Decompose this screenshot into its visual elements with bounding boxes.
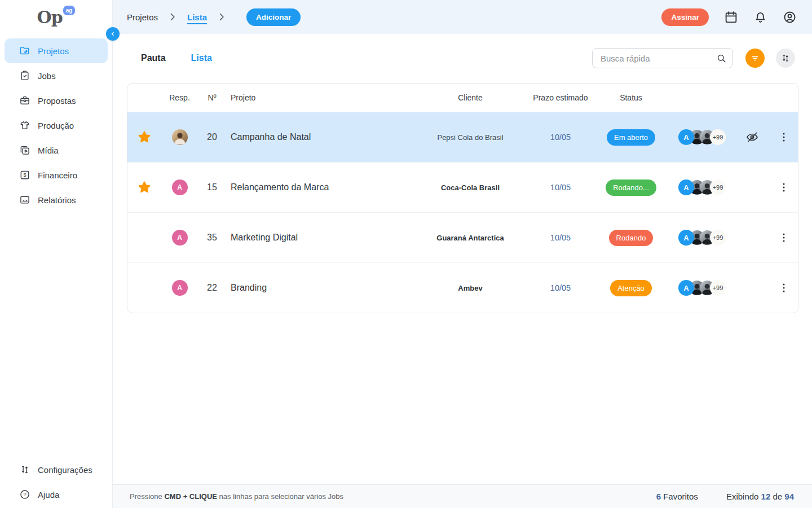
sidebar-item-ajuda[interactable]: ? Ajuda <box>5 482 108 507</box>
table-row[interactable]: A 35 Marketing Digital Guaraná Antarctic… <box>127 212 798 262</box>
header-prazo: Prazo estimado <box>529 93 592 102</box>
project-name: Branding <box>226 283 411 293</box>
sidebar-footer-nav: Configurações ? Ajuda <box>0 457 112 507</box>
project-number: 35 <box>198 233 226 243</box>
chevron-right-icon <box>167 11 178 23</box>
team-overflow-count[interactable]: +99 <box>710 129 726 145</box>
sidebar-item-label: Projetos <box>38 46 69 56</box>
sidebar-item-projetos[interactable]: Projetos <box>5 38 108 63</box>
status-badge: Rodando <box>609 230 654 246</box>
calendar-icon[interactable] <box>723 10 738 24</box>
deadline-value: 10/05 <box>529 133 592 142</box>
sidebar-item-jobs[interactable]: Jobs <box>5 63 108 88</box>
sliders-icon <box>19 464 30 475</box>
subscribe-button[interactable]: Assinar <box>661 8 709 26</box>
projects-table: Resp. Nº Projeto Cliente Prazo estimado … <box>127 83 798 313</box>
clipboard-check-icon <box>19 70 30 81</box>
deadline-value: 10/05 <box>529 183 592 192</box>
table-body: 20 Campanha de Natal Pepsi Cola do Brasi… <box>127 112 798 313</box>
filter-button[interactable] <box>745 49 765 68</box>
user-circle-icon[interactable] <box>782 10 797 24</box>
sort-button[interactable] <box>776 49 795 68</box>
topbar: Projetos Lista Adicionar Assinar <box>113 0 812 34</box>
breadcrumb-current[interactable]: Lista <box>187 12 207 22</box>
table-row[interactable]: A 22 Branding Ambev 10/05 Atenção A +99 <box>127 262 798 313</box>
svg-text:?: ? <box>23 492 26 497</box>
table-header-row: Resp. Nº Projeto Cliente Prazo estimado … <box>127 84 798 112</box>
chevron-right-icon <box>216 11 227 23</box>
search-icon <box>716 53 727 64</box>
header-status: Status <box>592 93 670 102</box>
sidebar-item-financeiro[interactable]: $ Financeiro <box>5 163 108 187</box>
sidebar: Opag Projetos Jobs Propostas Produção Mí… <box>0 0 113 508</box>
row-menu-button[interactable] <box>778 131 790 143</box>
sidebar-item-midia[interactable]: Mídia <box>5 138 108 163</box>
footer-stats: 6 Favoritos Exibindo 12 de 94 <box>656 492 794 501</box>
responsible-letter-avatar: A <box>172 280 188 296</box>
header-projeto: Projeto <box>226 93 411 102</box>
sidebar-item-propostas[interactable]: Propostas <box>5 88 108 113</box>
selection-hint: Pressione CMD + CLIQUE nas linhas para s… <box>130 492 343 501</box>
team-avatar-letter: A <box>678 179 694 195</box>
team-avatar-group[interactable]: A +99 <box>670 129 735 145</box>
header-num: Nº <box>198 93 226 102</box>
sidebar-item-configuracoes[interactable]: Configurações <box>5 457 108 482</box>
sidebar-item-label: Relatórios <box>38 195 76 205</box>
table-row[interactable]: A 15 Relançamento da Marca Coca-Cola Bra… <box>127 162 798 212</box>
row-menu-button[interactable] <box>778 231 790 244</box>
star-filled-icon <box>137 180 152 195</box>
project-name: Campanha de Natal <box>226 132 411 142</box>
row-menu-button[interactable] <box>778 282 790 294</box>
team-avatar-group[interactable]: A +99 <box>670 280 735 296</box>
add-button[interactable]: Adicionar <box>246 8 301 26</box>
row-menu-button[interactable] <box>778 181 790 194</box>
team-overflow-count[interactable]: +99 <box>710 230 726 246</box>
deadline-value: 10/05 <box>529 233 592 242</box>
view-toolbar: Pauta Lista <box>141 48 795 68</box>
bell-icon[interactable] <box>753 10 767 24</box>
image-chart-icon <box>19 194 30 205</box>
topbar-actions: Assinar <box>661 8 797 26</box>
tab-pauta[interactable]: Pauta <box>141 53 166 63</box>
sidebar-item-label: Jobs <box>38 71 56 81</box>
project-number: 20 <box>198 132 226 142</box>
sidebar-item-producao[interactable]: Produção <box>5 113 108 138</box>
team-overflow-count[interactable]: +99 <box>710 179 726 195</box>
dollar-square-icon: $ <box>19 169 30 181</box>
search-input[interactable] <box>599 53 716 64</box>
table-row[interactable]: 20 Campanha de Natal Pepsi Cola do Brasi… <box>127 112 798 162</box>
breadcrumb-root[interactable]: Projetos <box>127 12 158 22</box>
project-number: 15 <box>198 182 226 192</box>
responsible-letter-avatar: A <box>172 230 188 246</box>
logo-badge: ag <box>63 6 76 15</box>
content: Pauta Lista Resp. Nº P <box>113 34 812 484</box>
tab-lista[interactable]: Lista <box>191 53 212 63</box>
client-name: Ambev <box>411 284 529 292</box>
header-cliente: Cliente <box>411 93 529 102</box>
sidebar-item-label: Produção <box>38 121 74 130</box>
eye-off-icon[interactable] <box>745 130 759 144</box>
team-avatar-group[interactable]: A +99 <box>670 179 735 195</box>
project-name: Marketing Digital <box>226 233 411 243</box>
favorite-star-button[interactable] <box>136 230 152 246</box>
media-play-icon <box>19 144 30 156</box>
favorites-count: 6 Favoritos <box>656 492 698 501</box>
tshirt-icon <box>19 120 30 131</box>
sidebar-item-label: Configurações <box>38 465 92 475</box>
briefcase-icon <box>19 95 30 106</box>
sidebar-item-relatorios[interactable]: Relatórios <box>5 187 108 212</box>
project-number: 22 <box>198 283 226 293</box>
favorite-star-button[interactable] <box>136 179 152 195</box>
sidebar-collapse-button[interactable] <box>106 27 120 41</box>
footer-bar: Pressione CMD + CLIQUE nas linhas para s… <box>113 484 812 508</box>
status-badge: Rodando... <box>606 179 656 196</box>
favorite-star-button[interactable] <box>136 280 152 296</box>
status-badge: Em aberto <box>607 129 655 146</box>
main-area: Projetos Lista Adicionar Assinar Pauta L… <box>113 0 812 508</box>
sort-arrows-icon <box>780 53 791 63</box>
sidebar-item-label: Propostas <box>38 96 76 106</box>
team-avatar-group[interactable]: A +99 <box>670 230 735 246</box>
project-name: Relançamento da Marca <box>226 182 411 192</box>
favorite-star-button[interactable] <box>136 129 152 145</box>
team-overflow-count[interactable]: +99 <box>710 280 726 296</box>
